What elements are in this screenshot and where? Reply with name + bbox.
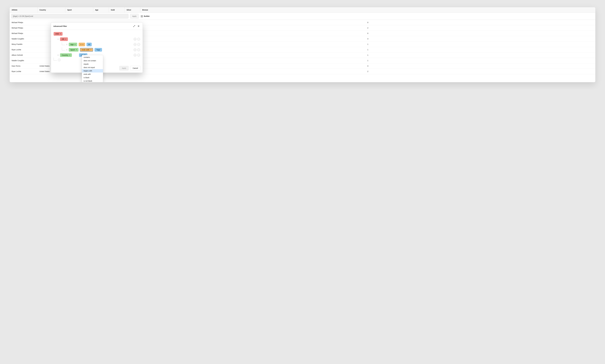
- col-header-age[interactable]: Age: [93, 7, 109, 13]
- col-header-athlete[interactable]: Athlete: [10, 7, 38, 13]
- cell-bronze: 1: [140, 47, 595, 52]
- operator-option[interactable]: contains: [82, 56, 103, 59]
- drag-handle-icon[interactable]: ⁝⁝⁝: [66, 49, 67, 51]
- add-condition-button[interactable]: +: [134, 49, 136, 51]
- cell-bronze: 1: [140, 58, 595, 63]
- operator-option[interactable]: begins with: [82, 69, 103, 73]
- modal-header: Advanced Filter: [51, 23, 143, 30]
- tree-line: [54, 58, 57, 61]
- cell-athlete: Ryan Lochte: [10, 47, 38, 52]
- cell-athlete: Michael Phelps: [10, 31, 38, 36]
- remove-condition-button[interactable]: −: [137, 54, 140, 56]
- field-label: Sport: [70, 49, 75, 51]
- remove-condition-button[interactable]: −: [137, 49, 140, 51]
- operator-option[interactable]: does not contain: [82, 59, 103, 62]
- cell-bronze: 3: [140, 63, 595, 69]
- modal-title: Advanced Filter: [53, 25, 132, 27]
- root-operator-pill[interactable]: AND: [54, 32, 63, 36]
- condition-row: ⁝⁝⁝ Age > 23 + −: [54, 43, 140, 46]
- remove-condition-button[interactable]: −: [137, 38, 140, 40]
- caret-down-icon: [69, 55, 70, 55]
- root-operator-label: AND: [55, 33, 59, 35]
- cell-bronze: 0: [140, 20, 595, 25]
- row-actions: + −: [134, 54, 140, 56]
- add-condition-button[interactable]: +: [134, 54, 136, 56]
- drag-handle-icon[interactable]: ⁝⁝⁝: [66, 43, 67, 45]
- value-label: 23: [88, 43, 90, 45]
- col-header-sport[interactable]: Sport: [65, 7, 93, 13]
- cell-athlete: Natalie Coughlin: [10, 58, 38, 63]
- modal-apply-button[interactable]: Apply: [119, 66, 129, 70]
- grid-header: Athlete Country Sport Age Gold Silver Br…: [10, 7, 595, 13]
- drag-handle-icon[interactable]: ⁝⁝⁝: [57, 38, 59, 40]
- filter-expression-input[interactable]: ([Age] > 23 OR [Sport] end: [11, 14, 128, 18]
- app-window: Athlete Country Sport Age Gold Silver Br…: [10, 7, 595, 82]
- group-operator-pill[interactable]: OR: [60, 37, 68, 41]
- expand-icon[interactable]: [133, 25, 136, 28]
- add-condition-button[interactable]: +: [134, 43, 136, 46]
- cell-athlete: Allison Schmitt: [10, 52, 38, 58]
- operator-pill[interactable]: ends with: [80, 48, 93, 52]
- tree-line: [62, 48, 65, 50]
- value-pill[interactable]: "ing": [95, 48, 102, 52]
- caret-down-icon: [82, 44, 83, 45]
- caret-down-icon: [60, 34, 61, 34]
- field-pill[interactable]: Sport: [69, 48, 79, 52]
- group-operator-label: OR: [62, 38, 64, 40]
- cell-bronze: 0: [140, 31, 595, 36]
- caret-down-icon: [76, 50, 77, 50]
- operator-label: >: [80, 43, 81, 45]
- cell-bronze: 2: [140, 25, 595, 31]
- value-label: "ing": [96, 49, 100, 51]
- close-icon[interactable]: [137, 25, 140, 28]
- sub-group: ⁝⁝⁝ OR + −: [54, 37, 140, 41]
- col-header-gold[interactable]: Gold: [109, 7, 125, 13]
- add-condition-button[interactable]: +: [134, 38, 136, 40]
- row-actions: + −: [134, 43, 140, 46]
- cell-athlete: Natalie Coughlin: [10, 36, 38, 41]
- filter-bar: ([Age] > 23 OR [Sport] end Apply Builder: [10, 13, 595, 20]
- field-label: Age: [70, 43, 74, 45]
- row-actions: + −: [134, 49, 140, 51]
- operator-pill[interactable]: >: [79, 43, 85, 46]
- operator-option[interactable]: equals: [82, 62, 103, 66]
- field-label: Country: [62, 54, 68, 56]
- cell-bronze: 3: [140, 36, 595, 41]
- cell-bronze: 1: [140, 52, 595, 58]
- field-pill[interactable]: Country: [60, 53, 72, 57]
- operator-option[interactable]: does not equal: [82, 66, 103, 69]
- cell-athlete: Dara Torres: [10, 63, 38, 69]
- operator-dropdown[interactable]: containsdoes not containequalsdoes not e…: [82, 55, 103, 82]
- modal-cancel-button[interactable]: Cancel: [130, 66, 140, 70]
- value-pill[interactable]: 23: [86, 43, 92, 46]
- caret-down-icon: [90, 50, 91, 50]
- cell-athlete: Michael Phelps: [10, 25, 38, 31]
- caret-down-icon: [75, 44, 76, 45]
- root-group: AND: [54, 32, 140, 36]
- tree-line: [62, 42, 65, 45]
- cell-bronze: 1: [140, 41, 595, 47]
- builder-label: Builder: [144, 15, 150, 17]
- remove-condition-button[interactable]: −: [137, 43, 140, 46]
- drag-handle-icon[interactable]: ⁝⁝⁝: [57, 54, 59, 56]
- cell-athlete: Ryan Lochte: [10, 69, 38, 74]
- operator-label: ends with: [82, 49, 90, 51]
- col-header-bronze[interactable]: Bronze: [140, 7, 595, 13]
- condition-row: ⁝⁝⁝ Sport ends with "ing" + −: [54, 48, 140, 52]
- operator-option[interactable]: is blank: [82, 76, 103, 79]
- col-header-country[interactable]: Country: [38, 7, 65, 13]
- cell-bronze: 2: [140, 69, 595, 74]
- builder-icon: [141, 15, 143, 17]
- row-actions: + −: [134, 38, 140, 40]
- col-header-silver[interactable]: Silver: [125, 7, 140, 13]
- apply-filter-button[interactable]: Apply: [130, 14, 139, 18]
- builder-button[interactable]: Builder: [140, 14, 150, 18]
- cell-athlete: Michael Phelps: [10, 20, 38, 25]
- operator-option[interactable]: ends with: [82, 73, 103, 76]
- caret-down-icon: [65, 39, 66, 39]
- add-condition-button[interactable]: +: [58, 59, 61, 61]
- cell-athlete: Missy Franklin: [10, 41, 38, 47]
- operator-option[interactable]: is not blank: [82, 79, 103, 82]
- field-pill[interactable]: Age: [69, 43, 77, 46]
